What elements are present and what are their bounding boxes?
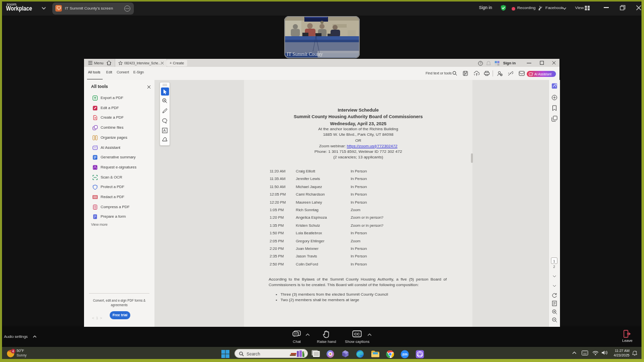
svg-text:4: 4 xyxy=(12,349,14,353)
svg-text:CC: CC xyxy=(354,332,360,336)
svg-text:zm: zm xyxy=(402,352,408,356)
svg-text:A: A xyxy=(164,128,166,133)
svg-text:?: ? xyxy=(479,61,481,65)
